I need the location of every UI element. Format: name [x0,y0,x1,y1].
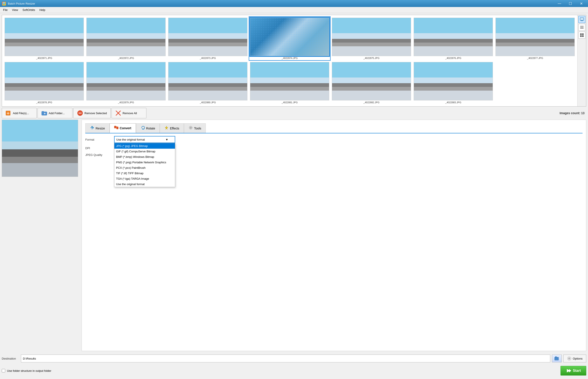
dpi-label: DPI [85,146,111,150]
format-option-gif[interactable]: GIF (*.gif) CompuServe Bitmap [114,149,175,154]
thumbnail [414,62,493,100]
menu-file[interactable]: File [1,7,10,13]
format-selected-value: Use the original format [116,138,145,141]
tab-tools-label: Tools [194,127,201,130]
list-item[interactable]: _4022880.JPG [167,61,248,105]
format-option-jpg[interactable]: JPG (*.jpg) JPEG Bitmap [114,143,175,149]
thumbnail [168,18,247,56]
rotate-tab-icon [140,126,145,131]
list-item[interactable]: _4022875.JPG [331,17,412,60]
list-item[interactable]: _4022872.JPG [86,17,166,60]
toolbar: Add File(s)... Add Folder... Remove Sele… [2,107,586,120]
gallery-filename: _4022877.JPG [527,57,543,59]
thumbnail [332,18,411,56]
svg-rect-19 [117,127,118,129]
destination-label: Destination [2,357,19,360]
gallery-filename: _4022883.JPG [445,101,461,104]
list-item[interactable]: _4022881.JPG [249,61,330,105]
remove-all-label: Remove All [123,111,137,115]
destination-bar: Destination Options [2,353,586,364]
use-folder-structure-checkbox[interactable] [2,369,5,372]
list-item[interactable]: _4022876.JPG [413,17,494,60]
svg-point-20 [190,127,191,128]
list-item[interactable]: _4022877.JPG [495,17,575,60]
use-folder-structure-label: Use folder structure in output folder [7,369,51,372]
svg-rect-23 [555,357,557,357]
format-option-png[interactable]: PNG (*.png) Portable Network Graphics [114,159,175,165]
settings-panel: Resize Convert [82,120,586,351]
menu-help[interactable]: Help [37,7,47,13]
gallery-filename: _4022880.JPG [200,101,216,104]
add-files-button[interactable]: Add File(s)... [2,108,37,118]
add-folder-button[interactable]: Add Folder... [38,108,73,118]
thumbnail [5,62,84,100]
preview-panel [2,120,78,351]
destination-input[interactable] [21,355,550,363]
gallery-sidebar [577,15,586,106]
svg-rect-1 [581,20,583,21]
tab-tools[interactable]: Tools [184,123,206,133]
remove-selected-button[interactable]: Remove Selected [73,108,111,118]
menu-softorbits[interactable]: SoftOrbits [20,7,37,13]
svg-point-21 [189,126,192,129]
close-button[interactable]: ✕ [576,0,586,7]
svg-rect-18 [114,126,116,128]
format-option-pcx[interactable]: PCX (*.pcx) PaintBrush [114,165,175,171]
svg-rect-0 [580,18,584,20]
gallery-filename: _4022881.JPG [282,101,298,104]
list-item[interactable]: _4022873.JPG [167,17,248,60]
tab-effects[interactable]: Effects [160,123,184,133]
format-option-tif[interactable]: TIF (*.tif) TIFF Bitmap [114,171,175,176]
remove-all-icon [115,110,121,116]
tab-convert[interactable]: Convert [109,123,136,133]
start-button[interactable]: Start [560,366,586,376]
effects-tab-icon [164,126,169,131]
tab-resize[interactable]: Resize [85,123,109,133]
view-preview-button[interactable] [578,16,585,23]
destination-browse-button[interactable] [552,355,562,363]
gallery-filename: _4022875.JPG [363,57,379,59]
remove-selected-label: Remove Selected [84,111,107,115]
view-list-button[interactable] [578,24,585,31]
list-item[interactable]: _4022874.JPG [249,17,330,60]
remove-all-button[interactable]: Remove All [111,108,146,118]
thumbnail [332,62,411,100]
format-option-tga[interactable]: TGA (*.tga) TARGA Image [114,176,175,181]
folder-structure-row: Use folder structure in output folder [2,368,51,373]
thumbnail [86,18,166,56]
add-folder-label: Add Folder... [49,111,65,115]
gallery-filename: _4022876.JPG [445,57,461,59]
options-button[interactable]: Options [563,355,586,363]
svg-rect-2 [580,26,584,26]
format-label: Format [85,138,111,141]
list-item[interactable]: _4022882.JPG [331,61,412,105]
menu-view[interactable]: View [10,7,20,13]
menu-bar: File View SoftOrbits Help [0,7,588,13]
svg-rect-4 [580,28,584,29]
list-item[interactable]: _4022883.JPG [413,61,494,105]
svg-rect-7 [580,35,582,37]
gallery-filename: _4022871.JPG [36,57,52,59]
tab-rotate[interactable]: Rotate [136,123,160,133]
format-row: Format Use the original format ▼ JPG (*.… [85,136,583,143]
maximize-button[interactable]: ☐ [565,0,575,7]
bottom-section: Resize Convert [2,120,586,351]
list-item[interactable]: _4022871.JPG [4,17,85,60]
list-item[interactable]: _4022879.JPG [86,61,166,105]
minimize-button[interactable]: — [554,0,564,7]
gallery-filename: _4022879.JPG [118,101,134,104]
tab-rotate-label: Rotate [146,127,155,130]
main-content: _4022871.JPG _4022872.JPG _4022873.JPG _… [0,13,588,379]
remove-selected-icon [77,110,83,116]
format-option-bmp[interactable]: BMP (*.bmp) Windows Bitmap [114,154,175,159]
view-grid-button[interactable] [578,32,585,39]
format-dropdown-list: JPG (*.jpg) JPEG Bitmap GIF (*.gif) Comp… [114,143,175,187]
format-dropdown[interactable]: Use the original format ▼ [114,136,175,143]
svg-rect-13 [45,113,45,114]
tab-effects-label: Effects [170,127,179,130]
images-count: Images count: 13 [560,111,586,115]
svg-rect-6 [582,33,584,35]
gallery-filename: _4022882.JPG [363,101,379,104]
list-item[interactable]: _4022878.JPG [4,61,85,105]
format-option-original[interactable]: Use the original format [114,181,175,187]
